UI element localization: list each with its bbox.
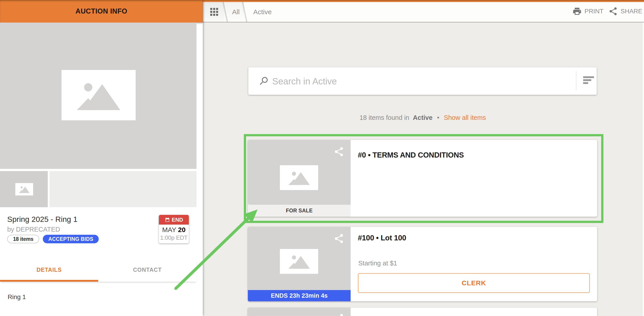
search-icon: [258, 76, 269, 86]
sidebar-header: AUCTION INFO: [0, 0, 203, 23]
end-date-header: END: [159, 215, 189, 225]
items-count-badge: 18 items: [7, 235, 39, 243]
auction-title: Spring 2025 - Ring 1: [7, 215, 78, 224]
auction-seller: by DEPRECATED: [7, 226, 60, 233]
search-input[interactable]: [272, 72, 563, 91]
lot-title: #100 • Lot 100: [358, 234, 406, 242]
tab-all[interactable]: All: [232, 8, 240, 16]
end-month: MAY: [162, 226, 176, 233]
search-divider: [576, 71, 576, 90]
printer-icon: [572, 7, 582, 16]
share-button[interactable]: SHARE: [608, 0, 642, 22]
end-date: MAY 20: [159, 226, 189, 234]
share-icon[interactable]: [334, 313, 344, 316]
results-count-text: 18 items found in: [360, 114, 409, 121]
share-icon: [608, 7, 618, 16]
auction-app: AUCTION INFO Spring 2025 - Ring 1: [0, 0, 644, 316]
active-tab-underline: [0, 280, 98, 282]
end-time: 1:00p EDT: [159, 234, 189, 241]
calendar-icon: [165, 217, 170, 222]
results-filter-name: Active: [413, 114, 432, 121]
print-button[interactable]: PRINT: [572, 0, 604, 22]
image-placeholder-icon: [62, 70, 136, 120]
auction-info-sidebar: AUCTION INFO Spring 2025 - Ring 1: [0, 0, 203, 316]
share-label: SHARE: [620, 8, 642, 15]
grid-view-icon[interactable]: [210, 8, 218, 16]
lot-card-terms[interactable]: FOR SALE #0 • TERMS AND CONDITIONS: [248, 140, 597, 217]
sort-icon[interactable]: [583, 76, 594, 85]
for-sale-ribbon: FOR SALE: [248, 205, 350, 217]
lot-card-100[interactable]: ENDS 23h 23min 4s #100 • Lot 100 Startin…: [248, 227, 597, 301]
image-placeholder-icon: [15, 183, 33, 196]
details-body-text: Ring 1: [8, 293, 26, 301]
auction-hero-image: [0, 23, 196, 169]
show-all-items-link[interactable]: Show all items: [444, 114, 486, 121]
thumbnail-strip-empty[interactable]: [50, 171, 196, 207]
page-scrollbar-track[interactable]: [643, 22, 644, 316]
image-placeholder-icon: [280, 249, 318, 274]
results-bullet: •: [437, 114, 439, 121]
sidebar-tab-bar: DETAILS CONTACT: [0, 260, 196, 282]
badge-row: 18 items ACCEPTING BIDS: [7, 235, 99, 243]
main-toolbar: All Active PRINT SHARE: [203, 0, 644, 22]
tab-active[interactable]: Active: [253, 8, 272, 16]
lot-card-next[interactable]: [248, 308, 597, 316]
thumbnail-selected[interactable]: [0, 171, 48, 207]
tab-details[interactable]: DETAILS: [0, 260, 98, 280]
image-placeholder-icon: [280, 165, 318, 190]
end-label: END: [172, 217, 183, 223]
ends-countdown-ribbon: ENDS 23h 23min 4s: [248, 290, 350, 301]
results-summary: 18 items found in Active • Show all item…: [203, 114, 643, 121]
tab-contact[interactable]: CONTACT: [98, 260, 196, 280]
share-icon[interactable]: [334, 233, 344, 244]
clerk-button[interactable]: CLERK: [358, 273, 590, 293]
starting-price: Starting at $1: [358, 260, 397, 267]
status-badge: ACCEPTING BIDS: [43, 235, 99, 243]
end-day: 20: [178, 226, 186, 233]
search-bar: [248, 67, 597, 95]
sidebar-header-title: AUCTION INFO: [76, 7, 127, 15]
lot-title: #0 • TERMS AND CONDITIONS: [358, 151, 464, 159]
share-icon[interactable]: [334, 146, 344, 157]
end-date-card: END MAY 20 1:00p EDT: [159, 215, 189, 243]
print-label: PRINT: [584, 8, 604, 15]
